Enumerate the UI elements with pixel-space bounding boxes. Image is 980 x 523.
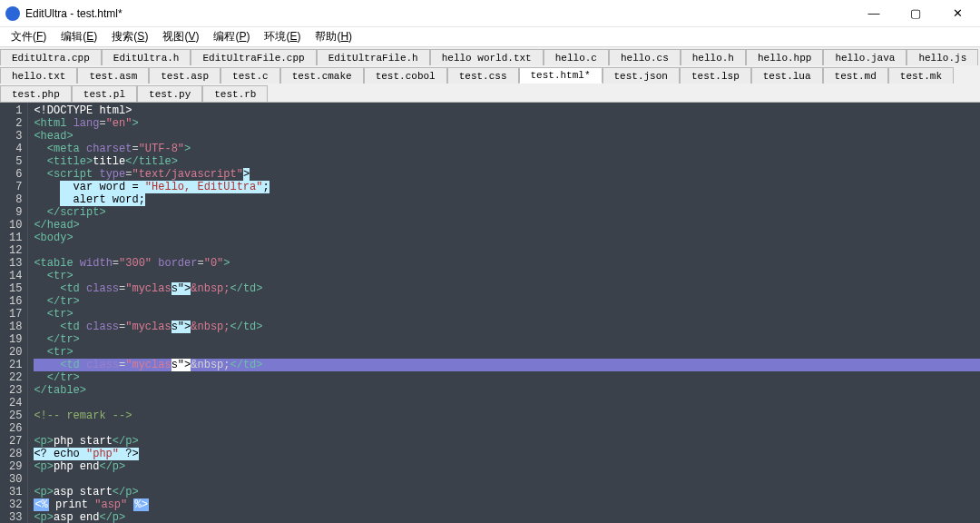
code-line[interactable] <box>34 397 980 410</box>
tab-test-py[interactable]: test.py <box>137 85 202 102</box>
line-number: 18 <box>9 321 22 333</box>
tab-EditUltraFile-cpp[interactable]: EditUltraFile.cpp <box>191 49 316 65</box>
menu-帮助[interactable]: 帮助(H) <box>308 27 359 46</box>
line-number: 20 <box>9 346 22 359</box>
code-line[interactable]: <body> <box>34 232 980 244</box>
tab-hello-java[interactable]: hello.java <box>823 49 906 65</box>
code-line[interactable]: </script> <box>34 206 980 219</box>
tab-test-c[interactable]: test.c <box>220 67 280 84</box>
menu-搜索[interactable]: 搜索(S) <box>104 27 155 46</box>
code-line[interactable]: <? echo "php" ?> <box>34 448 980 460</box>
code-line[interactable] <box>34 422 980 435</box>
code-line[interactable]: <td class="myclass">&nbsp;</td> <box>34 321 980 333</box>
code-line[interactable]: </tr> <box>34 371 980 384</box>
line-number: 21 <box>9 359 22 371</box>
code-line[interactable]: <!DOCTYPE html> <box>34 104 980 117</box>
line-number: 30 <box>9 473 22 486</box>
tab-test-md[interactable]: test.md <box>823 67 888 84</box>
tab-test-asm[interactable]: test.asm <box>77 67 149 84</box>
code-line[interactable]: <html lang="en"> <box>34 117 980 130</box>
tab-test-asp[interactable]: test.asp <box>149 67 220 84</box>
code-line[interactable]: <!-- remark --> <box>34 410 980 422</box>
tab-hello-js[interactable]: hello.js <box>906 49 978 65</box>
menu-编程[interactable]: 编程(P) <box>206 27 257 46</box>
code-content[interactable]: <!DOCTYPE html><html lang="en"><head> <m… <box>28 103 980 523</box>
tab-EditUltra-h[interactable]: EditUltra.h <box>102 49 191 65</box>
line-number: 5 <box>9 155 22 168</box>
tab-test-cobol[interactable]: test.cobol <box>364 67 447 84</box>
tab-hello-txt[interactable]: hello.txt <box>0 67 77 84</box>
code-line[interactable]: </table> <box>34 384 980 397</box>
menu-文件[interactable]: 文件(F) <box>4 27 54 46</box>
code-line[interactable]: <p>php end</p> <box>34 460 980 473</box>
code-line[interactable]: </tr> <box>34 295 980 308</box>
code-line[interactable]: <p>asp start</p> <box>34 486 980 498</box>
line-number: 28 <box>9 448 22 460</box>
code-line[interactable]: </tr> <box>34 333 980 346</box>
menu-视图[interactable]: 视图(V) <box>155 27 206 46</box>
code-line[interactable]: <p>php start</p> <box>34 435 980 448</box>
line-number: 7 <box>9 181 22 193</box>
line-number: 14 <box>9 270 22 282</box>
editor-area[interactable]: 1234567891011121314151617181920212223242… <box>0 103 980 523</box>
tab-EditUltra-cpp[interactable]: EditUltra.cpp <box>0 49 102 65</box>
line-number: 27 <box>9 435 22 448</box>
code-line[interactable]: <head> <box>34 130 980 143</box>
code-line[interactable]: <td class="myclass">&nbsp;</td> <box>34 282 980 295</box>
code-line[interactable]: alert word; <box>34 193 980 206</box>
tab-test-lua[interactable]: test.lua <box>751 67 823 84</box>
line-number: 26 <box>9 422 22 435</box>
line-number: 12 <box>9 244 22 257</box>
line-number: 10 <box>9 219 22 232</box>
tab-hello-h[interactable]: hello.h <box>681 49 746 65</box>
code-line[interactable] <box>34 244 980 257</box>
code-line[interactable]: <tr> <box>34 308 980 321</box>
line-number: 22 <box>9 371 22 384</box>
tab-hello-hpp[interactable]: hello.hpp <box>746 49 823 65</box>
code-line[interactable]: <p>asp end</p> <box>34 511 980 523</box>
tab-hello-c[interactable]: hello.c <box>544 49 609 65</box>
tab-EditUltraFile-h[interactable]: EditUltraFile.h <box>317 49 430 65</box>
tab-hello-cs[interactable]: hello.cs <box>609 49 681 65</box>
tab-test-cmake[interactable]: test.cmake <box>280 67 364 84</box>
line-number: 4 <box>9 143 22 155</box>
line-number: 15 <box>9 282 22 295</box>
code-line[interactable]: <table width="300" border="0"> <box>34 257 980 270</box>
line-number: 25 <box>9 410 22 422</box>
code-line[interactable]: var word = "Hello, EditUltra"; <box>34 181 980 193</box>
code-line[interactable]: <title>title</title> <box>34 155 980 168</box>
tab-test-mk[interactable]: test.mk <box>888 67 954 84</box>
line-number-gutter: 1234567891011121314151617181920212223242… <box>0 103 28 523</box>
tab-test-json[interactable]: test.json <box>603 67 680 84</box>
line-number: 32 <box>9 498 22 511</box>
menu-环境[interactable]: 环境(E) <box>257 27 308 46</box>
maximize-button[interactable]: ▢ <box>895 0 936 27</box>
tab-hello-world-txt[interactable]: hello world.txt <box>430 49 544 65</box>
code-line[interactable]: <tr> <box>34 270 980 282</box>
code-line[interactable]: <tr> <box>34 346 980 359</box>
tab-test-html-[interactable]: test.html* <box>519 67 603 84</box>
close-button[interactable]: ✕ <box>936 0 978 27</box>
line-number: 24 <box>9 397 22 410</box>
code-line[interactable]: </head> <box>34 219 980 232</box>
line-number: 3 <box>9 130 22 143</box>
tab-test-lsp[interactable]: test.lsp <box>680 67 751 84</box>
tab-strip: EditUltra.cppEditUltra.hEditUltraFile.cp… <box>0 47 980 103</box>
code-line[interactable]: <script type="text/javascript"> <box>34 168 980 181</box>
minimize-button[interactable]: — <box>853 0 895 27</box>
line-number: 17 <box>9 308 22 321</box>
menubar: 文件(F)编辑(E)搜索(S)视图(V)编程(P)环境(E)帮助(H) <box>0 27 980 47</box>
window-title: EditUltra - test.html* <box>25 7 853 20</box>
line-number: 19 <box>9 333 22 346</box>
code-line[interactable]: <% print "asp" %> <box>34 498 980 511</box>
line-number: 33 <box>9 511 22 523</box>
code-line[interactable] <box>34 473 980 486</box>
tab-test-pl[interactable]: test.pl <box>72 85 137 102</box>
menu-编辑[interactable]: 编辑(E) <box>54 27 104 46</box>
titlebar[interactable]: EditUltra - test.html* — ▢ ✕ <box>0 0 980 27</box>
tab-test-php[interactable]: test.php <box>0 85 72 102</box>
tab-test-rb[interactable]: test.rb <box>202 85 268 102</box>
code-line[interactable]: <meta charset="UTF-8"> <box>34 143 980 155</box>
tab-test-css[interactable]: test.css <box>447 67 519 84</box>
code-line[interactable]: <td class="myclass">&nbsp;</td> <box>34 359 980 371</box>
